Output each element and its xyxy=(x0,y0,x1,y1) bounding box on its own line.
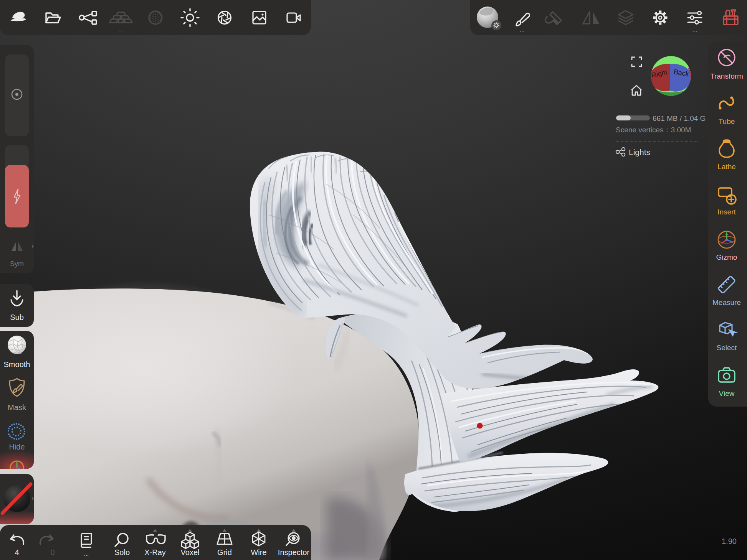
svg-text:661 MB / 1.04 G: 661 MB / 1.04 G xyxy=(653,114,706,122)
svg-text:...: ... xyxy=(692,27,697,33)
svg-text:View: View xyxy=(719,389,735,397)
svg-text:...: ... xyxy=(519,27,524,33)
svg-text:Measure: Measure xyxy=(712,298,741,306)
svg-text:...: ... xyxy=(84,550,89,557)
svg-text:Mask: Mask xyxy=(8,403,26,412)
svg-text:Inspector: Inspector xyxy=(278,548,310,557)
svg-text:Wire: Wire xyxy=(251,548,266,557)
svg-text:0: 0 xyxy=(50,548,55,557)
svg-text:Scene vertices：3.00M: Scene vertices：3.00M xyxy=(616,126,691,134)
svg-text:Sym: Sym xyxy=(10,260,24,268)
svg-text:Grid: Grid xyxy=(217,548,232,557)
svg-text:4: 4 xyxy=(15,548,19,557)
svg-text:Lights: Lights xyxy=(629,148,650,156)
svg-text:Sub: Sub xyxy=(10,313,24,321)
svg-text:Gizmo: Gizmo xyxy=(716,253,737,261)
svg-text:...: ... xyxy=(119,26,124,33)
svg-text:Solo: Solo xyxy=(114,548,130,557)
svg-text:Voxel: Voxel xyxy=(181,548,200,557)
svg-text:X-Ray: X-Ray xyxy=(144,548,166,557)
svg-text:Select: Select xyxy=(717,344,737,352)
svg-text:Hide: Hide xyxy=(9,443,25,451)
svg-text:Insert: Insert xyxy=(717,208,736,216)
svg-text:Smooth: Smooth xyxy=(4,360,30,369)
